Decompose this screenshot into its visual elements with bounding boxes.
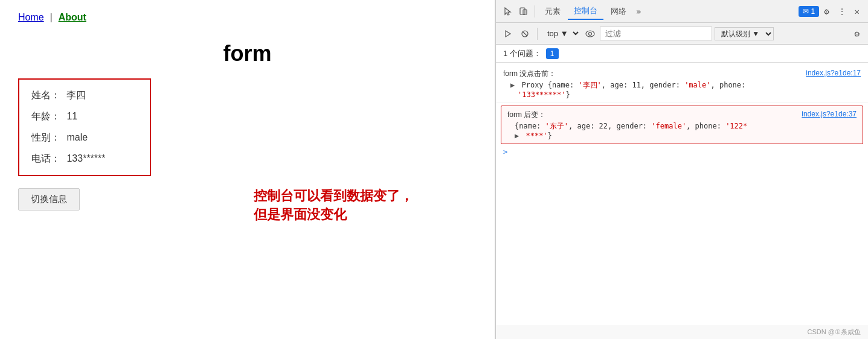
nav-bar: Home | About [18, 12, 477, 23]
console-entry-1: form 没点击前： index.js?e1de:17 ▶ Proxy {nam… [496, 65, 868, 103]
console-settings-icon[interactable]: ⚙ [851, 27, 863, 41]
message-badge: ✉1 [799, 6, 819, 17]
svg-marker-2 [506, 31, 510, 37]
value-gender: male [66, 132, 88, 142]
page-title: form [18, 41, 477, 66]
field-name: 姓名： 李四 [31, 89, 138, 102]
console-entry-2: form 后变： index.js?e1de:37 {name: '东子', a… [501, 106, 863, 144]
value-phone: 133****** [66, 153, 105, 163]
tab-console[interactable]: 控制台 [568, 3, 603, 20]
more-options-icon[interactable]: ⋮ [834, 4, 850, 19]
run-icon[interactable] [501, 27, 515, 41]
issues-bar: 1 个问题： 1 [496, 45, 868, 63]
tab-elements[interactable]: 元素 [539, 4, 567, 19]
left-panel: Home | About form 姓名： 李四 年龄： 11 性别： male… [0, 0, 495, 339]
entry-2-header: form 后变： index.js?e1de:37 [507, 110, 857, 120]
about-link[interactable]: About [59, 12, 86, 22]
toolbar-separator-2 [537, 28, 538, 40]
filter-input[interactable] [600, 27, 712, 40]
devtools-toolbar: 元素 控制台 网络 » ✉1 ⚙ ⋮ ✕ [496, 0, 868, 23]
nav-separator: | [50, 12, 53, 22]
device-icon[interactable] [516, 4, 531, 19]
svg-rect-0 [520, 8, 525, 14]
svg-point-6 [589, 32, 592, 35]
settings-icon[interactable]: ⚙ [820, 4, 832, 19]
field-phone: 电话： 133****** [31, 153, 138, 165]
entry-1-triangle[interactable]: ▶ [510, 81, 515, 89]
level-select[interactable]: 默认级别 ▼ [715, 27, 774, 40]
entry-1-label: form 没点击前： [503, 69, 556, 79]
svg-line-4 [523, 31, 527, 36]
entry-1-proxy: ▶ Proxy {name: '李四', age: 11, gender: 'm… [510, 80, 861, 90]
entry-2-line1: {name: '东子', age: 22, gender: 'female', … [515, 121, 857, 131]
more-tabs-icon[interactable]: » [634, 5, 643, 17]
field-age: 年龄： 11 [31, 110, 138, 123]
cursor-icon[interactable] [501, 4, 515, 19]
svg-point-5 [586, 31, 594, 37]
devtools-panel: 元素 控制台 网络 » ✉1 ⚙ ⋮ ✕ top ▼ 默认级别 ▼ ⚙ [495, 0, 868, 339]
home-link[interactable]: Home [18, 12, 44, 22]
tab-network[interactable]: 网络 [605, 4, 632, 19]
switch-button[interactable]: 切换信息 [18, 188, 80, 211]
issues-badge: 1 [546, 48, 559, 59]
field-gender: 性别： male [31, 131, 138, 144]
label-age: 年龄： [31, 111, 60, 121]
entry-1-cont: '133******'} [518, 90, 861, 99]
label-phone: 电话： [31, 153, 60, 163]
message-icon: ✉ [803, 7, 809, 16]
close-devtools-icon[interactable]: ✕ [851, 4, 863, 19]
context-select[interactable]: top ▼ [542, 27, 580, 40]
entry-2-link[interactable]: index.js?e1de:37 [802, 110, 857, 120]
eye-icon[interactable] [583, 27, 597, 41]
label-gender: 性别： [31, 132, 60, 142]
value-name: 李四 [66, 90, 86, 100]
bottom-credit: CSDN @①条咸鱼 [496, 325, 868, 339]
console-caret[interactable]: > [496, 147, 868, 157]
annotation: 控制台可以看到数据变了， 但是界面没变化 [254, 187, 413, 224]
devtools-toolbar2: top ▼ 默认级别 ▼ ⚙ [496, 23, 868, 45]
entry-2-line2: ▶ ****'} [515, 131, 857, 140]
annotation-line1: 控制台可以看到数据变了， [254, 187, 413, 206]
form-box: 姓名： 李四 年龄： 11 性别： male 电话： 133****** [18, 78, 151, 176]
label-name: 姓名： [31, 90, 60, 100]
toolbar-separator-1 [535, 5, 535, 17]
value-age: 11 [66, 111, 77, 121]
entry-1-link[interactable]: index.js?e1de:17 [806, 69, 861, 79]
annotation-line2: 但是界面没变化 [254, 206, 413, 224]
console-output: form 没点击前： index.js?e1de:17 ▶ Proxy {nam… [496, 63, 868, 325]
entry-2-label: form 后变： [507, 110, 545, 120]
issues-text: 1 个问题： [503, 48, 541, 59]
entry-2-triangle[interactable]: ▶ [515, 131, 519, 140]
entry-1-header: form 没点击前： index.js?e1de:17 [503, 69, 861, 79]
block-icon[interactable] [518, 27, 532, 41]
